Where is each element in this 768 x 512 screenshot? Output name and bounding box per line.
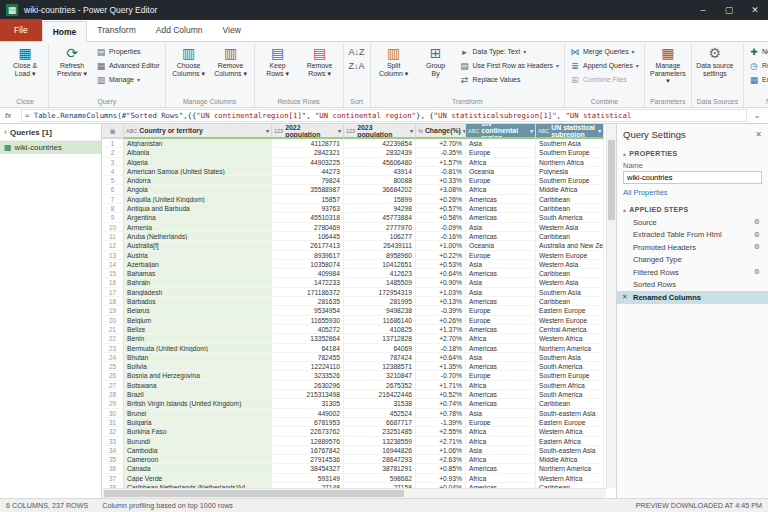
table-cell[interactable]: Southern Europe: [536, 148, 604, 157]
table-cell[interactable]: Asia: [466, 278, 536, 287]
table-cell[interactable]: +0.78%: [416, 409, 466, 418]
table-cell[interactable]: 13238559: [344, 437, 416, 446]
table-cell[interactable]: Eastern Europe: [536, 306, 604, 315]
table-cell[interactable]: Bosnia and Herzegovina: [124, 371, 272, 380]
table-row[interactable]: 16Bahrain14722331485509+0.90%AsiaWestern…: [102, 278, 606, 287]
table-cell[interactable]: 1472233: [272, 278, 344, 287]
table-cell[interactable]: +0.57%: [416, 204, 466, 213]
table-row[interactable]: 9Argentina4551031845773884+0.58%Americas…: [102, 213, 606, 222]
table-cell[interactable]: South-eastern Asia: [536, 409, 604, 418]
table-cell[interactable]: 43914: [344, 167, 416, 176]
applied-step-source[interactable]: Source⚙: [617, 216, 768, 229]
table-cell[interactable]: Cameroon: [124, 455, 272, 464]
table-cell[interactable]: 10358074: [272, 260, 344, 269]
merge-queries-button[interactable]: ⋈Merge Queries▾: [568, 45, 641, 58]
table-cell[interactable]: Western Europe: [536, 251, 604, 260]
append-queries-button[interactable]: ≣Append Queries▾: [568, 59, 641, 72]
table-cell[interactable]: +0.22%: [416, 251, 466, 260]
table-cell[interactable]: 15899: [344, 195, 416, 204]
table-cell[interactable]: Bahamas: [124, 269, 272, 278]
table-cell[interactable]: 27914536: [272, 455, 344, 464]
table-cell[interactable]: British Virgin Islands (United Kingdom): [124, 399, 272, 408]
row-number[interactable]: 26: [102, 371, 124, 380]
row-number[interactable]: 28: [102, 390, 124, 399]
table-cell[interactable]: Southern Asia: [536, 288, 604, 297]
column-header-country-or-territory[interactable]: ABCCountry or territory▾: [124, 124, 272, 139]
table-cell[interactable]: +1.37%: [416, 325, 466, 334]
query-name-input[interactable]: [623, 171, 762, 184]
table-cell[interactable]: Algeria: [124, 158, 272, 167]
table-row[interactable]: 31Bulgaria67819536687717-1.39%EuropeEast…: [102, 418, 606, 427]
table-cell[interactable]: 9498238: [344, 306, 416, 315]
enter-data-button[interactable]: ▦Enter Data: [747, 73, 768, 86]
sort-ascending-button[interactable]: A↓Z: [347, 45, 367, 58]
row-number[interactable]: 2: [102, 148, 124, 157]
column-header-un-continental-region[interactable]: ABCUN continental region▾: [466, 124, 536, 139]
table-cell[interactable]: +0.52%: [416, 390, 466, 399]
row-number[interactable]: 29: [102, 399, 124, 408]
table-cell[interactable]: Caribbean: [536, 269, 604, 278]
row-number[interactable]: 1: [102, 139, 124, 148]
table-cell[interactable]: Bahrain: [124, 278, 272, 287]
choose-columns-button[interactable]: ▥Choose Columns ▾: [169, 44, 209, 78]
table-cell[interactable]: Americas: [466, 390, 536, 399]
use-first-row-as-headers-button[interactable]: ▤Use First Row as Headers▾: [458, 59, 561, 72]
table-cell[interactable]: 787424: [344, 353, 416, 362]
applied-step-filtered-rows[interactable]: Filtered Rows⚙: [617, 266, 768, 279]
column-header-2022-population[interactable]: 1232022 population▾: [272, 124, 344, 139]
table-cell[interactable]: Europe: [466, 251, 536, 260]
filter-icon[interactable]: ▾: [410, 128, 413, 134]
table-cell[interactable]: Australia and New Zealand: [536, 241, 604, 250]
column-header-un-statistical-subregion[interactable]: ABCUN statistical subregion▾: [536, 124, 604, 139]
keep-rows-button[interactable]: ▤Keep Rows ▾: [258, 44, 298, 78]
tab-add-column[interactable]: Add Column: [146, 20, 213, 41]
table-cell[interactable]: Southern Asia: [536, 353, 604, 362]
remove-columns-button[interactable]: ▥Remove Columns ▾: [211, 44, 251, 78]
table-cell[interactable]: 23251485: [344, 427, 416, 436]
table-cell[interactable]: 2832439: [344, 148, 416, 157]
table-cell[interactable]: 9534954: [272, 306, 344, 315]
table-cell[interactable]: Polynesia: [536, 167, 604, 176]
table-cell[interactable]: 2842321: [272, 148, 344, 157]
table-cell[interactable]: 28647293: [344, 455, 416, 464]
table-row[interactable]: 4American Samoa (United States)442734391…: [102, 167, 606, 176]
table-cell[interactable]: 410825: [344, 325, 416, 334]
table-cell[interactable]: Asia: [466, 223, 536, 232]
table-cell[interactable]: Northern America: [536, 464, 604, 473]
table-cell[interactable]: +2.71%: [416, 437, 466, 446]
applied-steps-section-header[interactable]: ▴ APPLIED STEPS: [617, 201, 768, 215]
table-cell[interactable]: +0.58%: [416, 213, 466, 222]
filter-icon[interactable]: ▾: [338, 128, 341, 134]
table-cell[interactable]: Western Africa: [536, 427, 604, 436]
table-cell[interactable]: 215313498: [272, 390, 344, 399]
table-cell[interactable]: +0.53%: [416, 260, 466, 269]
table-cell[interactable]: Belarus: [124, 306, 272, 315]
table-cell[interactable]: Southern Europe: [536, 371, 604, 380]
table-cell[interactable]: Caribbean: [536, 232, 604, 241]
row-number[interactable]: 3: [102, 158, 124, 167]
table-cell[interactable]: +1.57%: [416, 158, 466, 167]
table-cell[interactable]: Asia: [466, 288, 536, 297]
all-properties-link[interactable]: All Properties: [617, 184, 768, 201]
table-cell[interactable]: 405272: [272, 325, 344, 334]
table-cell[interactable]: 216422446: [344, 390, 416, 399]
table-cell[interactable]: +1.06%: [416, 446, 466, 455]
table-cell[interactable]: 3210847: [344, 371, 416, 380]
table-row[interactable]: 3Algeria4490322545606480+1.57%AfricaNort…: [102, 158, 606, 167]
table-cell[interactable]: Asia: [466, 409, 536, 418]
table-cell[interactable]: 16944826: [344, 446, 416, 455]
row-number[interactable]: 36: [102, 464, 124, 473]
maximize-button[interactable]: ▢: [716, 0, 742, 20]
table-row[interactable]: 35Cameroon2791453628647293+2.63%AfricaMi…: [102, 455, 606, 464]
step-settings-gear-icon[interactable]: ⚙: [754, 268, 760, 276]
table-cell[interactable]: +0.64%: [416, 353, 466, 362]
row-number[interactable]: 21: [102, 325, 124, 334]
row-number[interactable]: 7: [102, 195, 124, 204]
table-cell[interactable]: Bulgaria: [124, 418, 272, 427]
table-cell[interactable]: +2.70%: [416, 139, 466, 148]
table-cell[interactable]: Americas: [466, 213, 536, 222]
row-number[interactable]: 5: [102, 176, 124, 185]
table-cell[interactable]: +3.08%: [416, 185, 466, 194]
table-cell[interactable]: 93763: [272, 204, 344, 213]
table-row[interactable]: 34Cambodia1676784216944826+1.06%AsiaSout…: [102, 446, 606, 455]
